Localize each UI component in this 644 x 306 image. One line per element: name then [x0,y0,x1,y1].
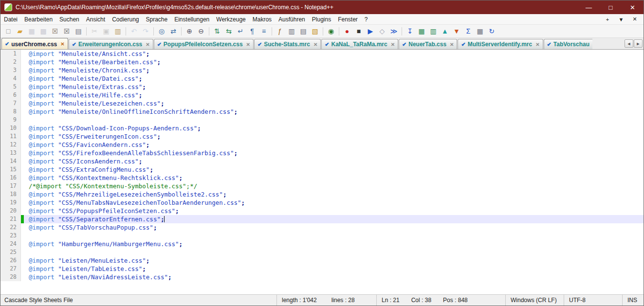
indent-guide-icon[interactable]: ≡ [258,26,269,36]
line-number[interactable]: 27 [0,265,21,273]
tab-close-icon[interactable]: ✕ [535,42,539,47]
close-button[interactable]: ✕ [622,0,644,14]
word-wrap-icon[interactable]: ↵ [235,26,246,36]
line-number[interactable]: 24 [0,240,21,248]
code-text[interactable]: /*@import "CSS/Kontextmenu-Symboleiste.c… [24,182,644,190]
menu-item-makros[interactable]: Makros [249,15,275,24]
tab-close-icon[interactable]: ✕ [313,42,317,47]
sync-vertical-icon[interactable]: ⇅ [212,26,222,36]
code-text[interactable] [24,232,644,240]
table-columns-icon[interactable]: ▦ [416,26,427,36]
tab-list-button[interactable]: ▼ [617,17,625,22]
sum-icon[interactable]: Σ [463,26,474,36]
code-text[interactable]: @import "CSS/Download-Icon-Popups-Aender… [24,124,644,132]
menu-item-bearbeiten[interactable]: Bearbeiten [21,15,56,24]
menu-item-ansicht[interactable]: Ansicht [83,15,109,24]
new-file-icon[interactable]: □ [3,26,14,36]
code-text[interactable]: @import "CSS/SeparatorEntfernen.css"; [24,215,644,223]
line-number[interactable]: 3 [0,66,21,74]
line-number[interactable]: 19 [0,198,21,207]
save-icon[interactable]: ▦ [26,26,37,36]
menu-item-suchen[interactable]: Suchen [56,15,83,24]
tab-scroll-left-button[interactable]: ◄ [625,39,633,48]
menu-item-einstellungen[interactable]: Einstellungen [171,15,213,24]
code-text[interactable] [24,116,644,124]
line-number[interactable]: 16 [0,174,21,182]
menu-item-werkzeuge[interactable]: Werkzeuge [213,15,249,24]
line-number[interactable]: 18 [0,190,21,198]
zoom-out-icon[interactable]: ⊖ [196,26,206,36]
import-to-list-icon[interactable]: ↧ [405,26,415,36]
copy-icon[interactable]: ▣ [101,26,111,36]
record-macro-icon[interactable]: ● [342,26,352,36]
tab-close-icon[interactable]: ✕ [60,41,64,47]
paste-icon[interactable]: ▥ [112,26,123,36]
open-folder-icon[interactable]: ▰ [15,26,25,36]
line-number[interactable]: 6 [0,91,21,99]
line-number[interactable]: 21 [0,215,21,223]
tab-popupspfeileiconsetzen-css[interactable]: ✔PopupsPfeileIconSetzen.css✕ [154,39,254,49]
line-number[interactable]: 25 [0,248,21,256]
code-text[interactable] [24,248,644,256]
menu-item-help[interactable]: ? [361,15,371,24]
zoom-in-icon[interactable]: ⊕ [184,26,195,36]
sort-descending-icon[interactable]: ▼ [451,26,462,36]
code-text[interactable]: @import "Menuleiste/Extras.css"; [24,83,644,91]
tab-neuertab-css[interactable]: ✔NeuerTab.css✕ [399,39,457,49]
function-list-icon[interactable]: ƒ [275,26,285,36]
code-text[interactable]: @import "CSS/IconsAendern.css"; [24,157,644,165]
tab-close-icon[interactable]: ✕ [246,42,250,47]
print-icon[interactable]: ▤ [73,26,84,36]
document-list-icon[interactable]: ▤ [298,26,309,36]
code-text[interactable]: @import "Menuleiste/Datei.css"; [24,74,644,83]
code-text[interactable]: @import "Menuleiste/Bearbeiten.css"; [24,58,644,66]
line-number[interactable]: 9 [0,116,21,124]
menu-item-ausf-hren[interactable]: Ausführen [275,15,309,24]
line-number[interactable]: 12 [0,141,21,149]
code-text[interactable]: @import "CSS/ErweiterungenIcon.css"; [24,132,644,141]
new-tab-button[interactable]: + [604,17,611,22]
tab-close-icon[interactable]: ✕ [146,42,149,47]
tab-close-icon[interactable]: ✕ [450,42,454,47]
line-number[interactable]: 11 [0,132,21,141]
sync-refresh-icon[interactable]: ↻ [486,26,497,36]
line-number[interactable]: 23 [0,232,21,240]
stop-macro-icon[interactable]: ■ [353,26,364,36]
tab-close-icon[interactable]: ✕ [391,42,395,47]
editor[interactable]: 1@import "Menuleiste/Ansicht.css";2@impo… [0,50,644,294]
show-all-characters-icon[interactable]: ¶ [247,26,258,36]
code-text[interactable]: @import "Leisten/MenuLeiste.css"; [24,256,644,265]
code-text[interactable]: @import "Menuleiste/Chronik.css"; [24,66,644,74]
line-number[interactable]: 1 [0,50,21,58]
code-text[interactable]: @import "Menuleiste/OnlineOfflineIconSch… [24,108,644,116]
status-eol-format[interactable]: Windows (CR LF) [505,295,564,306]
tab-tabvorschau[interactable]: ✔TabVorschau [544,39,592,49]
sync-horizontal-icon[interactable]: ⇆ [223,26,234,36]
minimize-button[interactable]: — [578,0,600,14]
line-number[interactable]: 4 [0,74,21,83]
code-text[interactable]: @import "CSS/FaviconAendern.css"; [24,141,644,149]
status-insert-mode[interactable]: INS [622,295,644,306]
code-text[interactable]: @import "CSS/MenuTabsNavLesezeichenToolb… [24,198,644,207]
sort-ascending-icon[interactable]: ▲ [440,26,450,36]
tab-kanal-tarama-mrc[interactable]: ✔KaNaL_TaRaMa.mrc✕ [321,39,398,49]
menu-item-plugins[interactable]: Plugins [309,15,334,24]
status-encoding[interactable]: UTF-8 [564,295,622,306]
menu-item-datei[interactable]: Datei [0,15,21,24]
maximize-button[interactable]: □ [600,0,622,14]
code-text[interactable]: @import "Menuleiste/Hilfe.css"; [24,91,644,99]
code-text[interactable]: @import "Menuleiste/Ansicht.css"; [24,50,644,58]
line-number[interactable]: 28 [0,273,21,281]
code-text[interactable]: @import "CSS/PopupsPfeileIconSetzen.css"… [24,207,644,215]
find-icon[interactable]: ◎ [156,26,167,36]
undo-icon[interactable]: ↶ [129,26,139,36]
grid-icon[interactable]: ▦ [475,26,485,36]
line-number[interactable]: 20 [0,207,21,215]
code-text[interactable]: @import "CSS/ExtraConfigMenu.css"; [24,165,644,174]
document-map-icon[interactable]: ▥ [286,26,297,36]
column-editor-icon[interactable]: ▥ [428,26,439,36]
line-number[interactable]: 26 [0,256,21,265]
close-all-files-icon[interactable]: ☒ [61,26,72,36]
line-number[interactable]: 22 [0,223,21,232]
line-number[interactable]: 15 [0,165,21,174]
